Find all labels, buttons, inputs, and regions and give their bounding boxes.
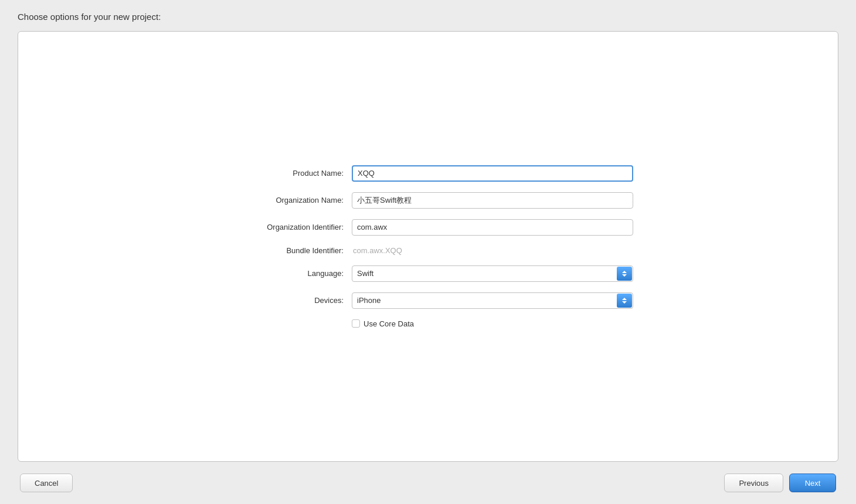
org-identifier-label: Organization Identifier: [223,223,352,231]
next-button[interactable]: Next [789,474,836,492]
product-name-input[interactable] [352,165,633,182]
right-buttons: Previous Next [724,474,836,492]
bundle-identifier-value: com.awx.XQQ [352,246,633,255]
previous-button[interactable]: Previous [724,474,783,492]
org-identifier-input[interactable] [352,219,633,236]
org-identifier-row: Organization Identifier: [223,219,633,236]
bottom-bar: Cancel Previous Next [18,474,838,492]
devices-select-wrapper: iPhone iPad Universal [352,292,633,309]
language-select[interactable]: Swift Objective-C [352,265,633,282]
language-label: Language: [223,269,352,278]
main-panel: Product Name: Organization Name: Organiz… [18,31,838,462]
devices-row: Devices: iPhone iPad Universal [223,292,633,309]
use-core-data-row: Use Core Data [352,319,633,328]
page-title: Choose options for your new project: [18,12,838,22]
org-name-input[interactable] [352,192,633,209]
product-name-row: Product Name: [223,165,633,182]
devices-label: Devices: [223,296,352,305]
language-select-wrapper: Swift Objective-C [352,265,633,282]
cancel-button[interactable]: Cancel [20,474,73,492]
bundle-identifier-label: Bundle Identifier: [223,246,352,255]
bundle-identifier-row: Bundle Identifier: com.awx.XQQ [223,246,633,255]
language-row: Language: Swift Objective-C [223,265,633,282]
use-core-data-checkbox[interactable] [352,319,360,328]
devices-select[interactable]: iPhone iPad Universal [352,292,633,309]
org-name-label: Organization Name: [223,196,352,205]
product-name-label: Product Name: [223,169,352,178]
org-name-row: Organization Name: [223,192,633,209]
use-core-data-label: Use Core Data [364,319,414,328]
